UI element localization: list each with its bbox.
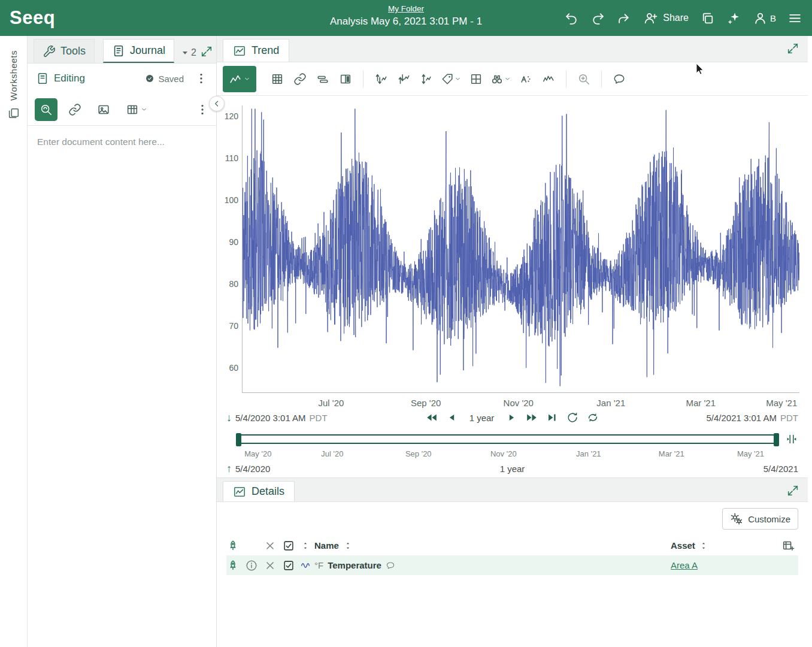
name-column-header[interactable]: Name xyxy=(314,540,339,551)
comment-icon[interactable] xyxy=(386,561,395,570)
asset-column-header[interactable]: Asset xyxy=(671,540,695,551)
tab-details-label: Details xyxy=(252,485,284,498)
labels-menu-button[interactable] xyxy=(439,68,463,90)
remove-all-icon[interactable] xyxy=(263,539,277,552)
display-range-start[interactable]: 5/4/2020 3:01 AM xyxy=(235,413,306,423)
tab-trend[interactable]: Trend xyxy=(223,39,289,62)
breadcrumb[interactable]: My Folder xyxy=(388,4,424,13)
expand-details-icon[interactable] xyxy=(786,484,799,497)
slider-handle-right[interactable] xyxy=(774,433,779,446)
chain-link-icon xyxy=(293,72,307,86)
signal-unit: °F xyxy=(314,560,323,570)
zoom-button[interactable] xyxy=(574,68,594,90)
fast-forward-icon[interactable] xyxy=(525,411,538,424)
insert-image-button[interactable] xyxy=(92,98,115,121)
rocket-icon[interactable] xyxy=(226,559,240,572)
investigate-range-slider[interactable] xyxy=(236,434,779,444)
details-chart-icon xyxy=(233,485,246,498)
share-forward-icon[interactable] xyxy=(617,11,632,26)
signal-name[interactable]: Temperature xyxy=(328,560,381,570)
refresh-icon[interactable] xyxy=(566,411,579,424)
journal-panel: Tools Journal 2 Editing Saved xyxy=(28,36,217,647)
sort-icon[interactable] xyxy=(343,541,353,551)
journal-toolbar-menu-icon[interactable] xyxy=(196,103,209,116)
slider-handle-left[interactable] xyxy=(236,433,241,446)
plot-area[interactable] xyxy=(242,105,799,393)
x-tick: Sep '20 xyxy=(411,398,441,408)
topbar: Seeq My Folder Analysis May 6, 2021 3:01… xyxy=(0,0,812,36)
arrows-trend-icon xyxy=(374,72,387,86)
one-axis-button[interactable] xyxy=(416,68,437,90)
details-header-row: Name Asset xyxy=(226,536,798,555)
slider-resize-icon[interactable] xyxy=(785,433,798,446)
step-back-icon[interactable] xyxy=(446,411,459,424)
trend-chart[interactable]: 120 110 100 90 80 70 60 Jul '20 Sep '20 … xyxy=(217,105,799,410)
investigate-range-start[interactable]: 5/4/2020 xyxy=(235,464,270,474)
worksheets-rail[interactable]: Worksheets xyxy=(0,36,28,647)
select-all-checkbox[interactable] xyxy=(282,539,295,552)
y-tick: 60 xyxy=(217,363,238,373)
undo-icon[interactable] xyxy=(564,11,579,26)
display-range-end-tz: PDT xyxy=(780,413,798,423)
dimensions-button[interactable] xyxy=(466,68,486,90)
share-button[interactable]: Share xyxy=(643,11,689,26)
rewind-icon[interactable] xyxy=(425,411,438,424)
journal-document[interactable]: Enter document content here... xyxy=(28,126,216,647)
timeline-tick: Nov '20 xyxy=(490,449,517,458)
trend-tab-strip: Trend xyxy=(217,36,808,62)
insert-link-button[interactable] xyxy=(63,98,86,121)
value-labels-button[interactable] xyxy=(516,68,536,90)
step-forward-icon[interactable] xyxy=(505,411,518,424)
info-icon[interactable] xyxy=(245,559,258,572)
caret-down-icon xyxy=(504,75,511,83)
hamburger-menu-icon[interactable] xyxy=(787,11,802,26)
view-selector-button[interactable] xyxy=(223,66,256,92)
seeq-logo[interactable]: Seeq xyxy=(10,7,55,29)
details-row-temperature[interactable]: °F Temperature Area A xyxy=(226,555,798,575)
asset-link[interactable]: Area A xyxy=(671,560,698,570)
annotate-button[interactable] xyxy=(609,68,629,90)
x-tick: Jul '20 xyxy=(319,398,344,408)
remove-item-icon[interactable] xyxy=(263,559,277,572)
user-icon xyxy=(753,11,768,26)
insert-seeq-link-button[interactable] xyxy=(35,98,57,121)
insert-table-button[interactable] xyxy=(121,98,152,121)
journal-status-row: Editing Saved xyxy=(28,64,216,93)
investigate-range-duration[interactable]: 1 year xyxy=(500,464,525,474)
capsule-time-button[interactable] xyxy=(313,68,333,90)
chain-view-button[interactable] xyxy=(290,68,310,90)
samples-table-button[interactable] xyxy=(267,68,287,90)
skip-to-end-icon[interactable] xyxy=(546,411,559,424)
one-lane-button[interactable] xyxy=(393,68,414,90)
journal-status-menu-icon[interactable] xyxy=(195,72,208,85)
playback-controls: 1 year xyxy=(425,411,600,424)
sort-icon[interactable] xyxy=(699,541,708,551)
ai-sparkles-icon[interactable] xyxy=(726,11,741,26)
show-samples-button[interactable] xyxy=(538,68,559,90)
add-column-icon[interactable] xyxy=(778,539,798,552)
worksheet-tab-overflow[interactable]: 2 xyxy=(180,47,196,58)
tab-tools[interactable]: Tools xyxy=(34,39,95,63)
tab-details[interactable]: Details xyxy=(223,481,295,501)
autoscale-y-button[interactable] xyxy=(371,68,391,90)
display-range-end[interactable]: 5/4/2021 3:01 AM xyxy=(706,413,777,423)
investigate-button[interactable] xyxy=(489,68,513,90)
auto-update-icon[interactable] xyxy=(586,411,599,424)
trend-toolbar xyxy=(217,62,808,96)
investigate-range-end[interactable]: 5/4/2021 xyxy=(763,464,798,474)
user-menu[interactable]: B xyxy=(753,11,776,26)
rocket-icon[interactable] xyxy=(226,539,240,552)
item-checkbox[interactable] xyxy=(282,559,295,572)
tab-journal[interactable]: Journal xyxy=(103,39,174,63)
expand-trend-icon[interactable] xyxy=(786,42,799,55)
comment-icon xyxy=(613,72,626,86)
redo-icon[interactable] xyxy=(590,11,605,26)
display-range-duration[interactable]: 1 year xyxy=(469,413,495,423)
duplicate-worksheet-icon[interactable] xyxy=(700,11,715,26)
sort-icon[interactable] xyxy=(301,541,310,551)
customize-button[interactable]: Customize xyxy=(722,508,798,530)
compare-view-button[interactable] xyxy=(335,68,356,90)
collapse-journal-button[interactable] xyxy=(209,96,225,111)
caret-down-icon xyxy=(180,48,190,58)
expand-journal-icon[interactable] xyxy=(200,45,213,58)
